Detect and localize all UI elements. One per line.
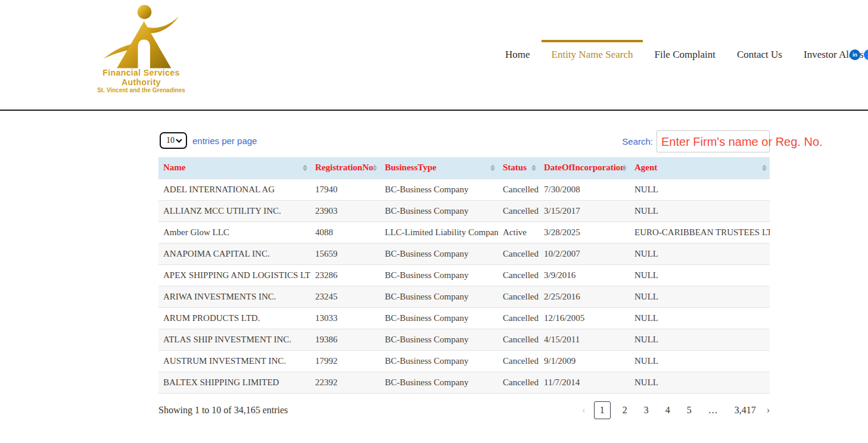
nav-item-label: Entity Name Search [552, 49, 633, 60]
cell-businesstype: LLC-Limited Liability Company [380, 222, 498, 243]
cell-dateofincorporation: 3/9/2016 [539, 264, 630, 286]
facebook-icon[interactable]: f [864, 49, 868, 60]
cell-status: Cancelled [498, 200, 539, 222]
cell-agent: NULL [630, 307, 770, 329]
cell-businesstype: BC-Business Company [380, 200, 498, 222]
nav-item-contact-us[interactable]: Contact Us [737, 49, 782, 61]
column-header-status[interactable]: Status [498, 157, 539, 179]
entries-info: Showing 1 to 10 of 34,165 entries [158, 405, 288, 416]
gold-person-figure-icon [94, 4, 189, 69]
cell-registrationno: 13033 [310, 307, 380, 329]
nav-item-file-complaint[interactable]: File Complaint [654, 49, 715, 61]
cell-status: Cancelled [498, 350, 539, 372]
column-header-agent[interactable]: Agent [630, 157, 770, 179]
cell-name: ALLIANZ MCC UTILITY INC. [158, 200, 310, 222]
sort-icon [372, 164, 377, 171]
cell-dateofincorporation: 9/1/2009 [539, 350, 630, 372]
sort-icon [762, 164, 767, 171]
cell-registrationno: 23903 [310, 200, 380, 222]
pagination: ‹ 12345…3,417 › [582, 401, 770, 419]
cell-dateofincorporation: 3/15/2017 [539, 200, 630, 222]
linkedin-icon[interactable]: in [850, 49, 860, 60]
nav-item-home[interactable]: Home [505, 49, 530, 61]
cell-status: Active [498, 222, 539, 243]
page-button-5[interactable]: 5 [682, 403, 696, 417]
table-row: AUSTRUM INVESTMENT INC.17992BC-Business … [158, 350, 770, 372]
table-row: ADEL INTERNATIONAL AG17940BC-Business Co… [158, 179, 770, 200]
table-row: ARIWA INVESTMENTS INC.23245BC-Business C… [158, 286, 770, 307]
cell-status: Cancelled [498, 307, 539, 329]
page-size-select[interactable]: 10 [160, 132, 187, 149]
cell-name: AUSTRUM INVESTMENT INC. [158, 350, 310, 372]
cell-name: ARIWA INVESTMENTS INC. [158, 286, 310, 307]
column-header-registrationno[interactable]: RegistrationNo [310, 157, 380, 179]
cell-registrationno: 23286 [310, 264, 380, 286]
pagination-pages: 12345…3,417 [590, 401, 764, 419]
cell-registrationno: 17992 [310, 350, 380, 372]
brand-subtitle: St. Vincent and the Grenadines [88, 87, 194, 93]
table-row: ATLAS SHIP INVESTMENT INC.19386BC-Busine… [158, 329, 770, 350]
table-body: ADEL INTERNATIONAL AG17940BC-Business Co… [158, 179, 770, 393]
table-row: BALTEX SHIPPING LIMITED22392BC-Business … [158, 372, 770, 393]
cell-businesstype: BC-Business Company [380, 372, 498, 393]
cell-businesstype: BC-Business Company [380, 286, 498, 307]
table-row: Amber Glow LLC4088LLC-Limited Liability … [158, 222, 770, 243]
cell-registrationno: 23245 [310, 286, 380, 307]
cell-status: Cancelled [498, 372, 539, 393]
table-row: APEX SHIPPING AND LOGISTICS LTD.23286BC-… [158, 264, 770, 286]
cell-name: ATLAS SHIP INVESTMENT INC. [158, 329, 310, 350]
cell-businesstype: BC-Business Company [380, 350, 498, 372]
column-header-name[interactable]: Name [158, 157, 310, 179]
cell-agent: NULL [630, 372, 770, 393]
cell-agent: NULL [630, 264, 770, 286]
table-header: Name RegistrationNo BusinessType Status … [158, 157, 770, 179]
main-nav: Home Entity Name Search File Complaint C… [505, 0, 864, 110]
page-button-2[interactable]: 2 [618, 403, 632, 417]
column-label: RegistrationNo [315, 163, 374, 172]
column-header-dateofincorporation[interactable]: DateOfIncorporation [539, 157, 630, 179]
pagination-prev-icon[interactable]: ‹ [582, 405, 585, 416]
nav-item-entity-name-search[interactable]: Entity Name Search [552, 49, 633, 61]
column-label: Name [163, 163, 186, 172]
cell-name: Amber Glow LLC [158, 222, 310, 243]
entities-table: Name RegistrationNo BusinessType Status … [158, 157, 770, 394]
cell-businesstype: BC-Business Company [380, 264, 498, 286]
cell-dateofincorporation: 10/2/2007 [539, 243, 630, 264]
cell-dateofincorporation: 11/7/2014 [539, 372, 630, 393]
column-label: Status [503, 163, 527, 172]
table-row: ARUM PRODUCTS LTD.13033BC-Business Compa… [158, 307, 770, 329]
chevron-down-icon [176, 139, 182, 143]
page-size-label: entries per page [192, 136, 257, 146]
cell-status: Cancelled [498, 264, 539, 286]
page-size-control: 10 entries per page [160, 132, 257, 149]
page-button-3,417[interactable]: 3,417 [730, 403, 761, 417]
cell-status: Cancelled [498, 179, 539, 200]
column-label: Agent [634, 163, 657, 172]
column-header-businesstype[interactable]: BusinessType [380, 157, 498, 179]
pagination-next-icon[interactable]: › [767, 405, 770, 416]
search-control: Search: Enter Firm's name or Reg. No. [622, 130, 770, 152]
page-button-3[interactable]: 3 [639, 403, 654, 417]
cell-registrationno: 15659 [310, 243, 380, 264]
cell-agent: NULL [630, 350, 770, 372]
sort-icon [531, 164, 536, 171]
social-icons: in f [850, 49, 868, 60]
table-row: ALLIANZ MCC UTILITY INC.23903BC-Business… [158, 200, 770, 222]
cell-name: BALTEX SHIPPING LIMITED [158, 372, 310, 393]
site-header: Financial Services Authority St. Vincent… [0, 0, 868, 110]
brand-title: Financial Services Authority [88, 68, 194, 87]
cell-businesstype: BC-Business Company [380, 243, 498, 264]
page-button-4[interactable]: 4 [661, 403, 675, 417]
cell-registrationno: 22392 [310, 372, 380, 393]
main-content: 10 entries per page Search: Enter Firm's… [158, 111, 770, 419]
cell-name: ADEL INTERNATIONAL AG [158, 179, 310, 200]
cell-registrationno: 19386 [310, 329, 380, 350]
sort-icon [622, 164, 627, 171]
cell-name: APEX SHIPPING AND LOGISTICS LTD. [158, 264, 310, 286]
cell-status: Cancelled [498, 243, 539, 264]
cell-agent: NULL [630, 200, 770, 222]
page-button-1[interactable]: 1 [594, 401, 611, 419]
search-input[interactable] [657, 130, 770, 152]
cell-dateofincorporation: 7/30/2008 [539, 179, 630, 200]
column-label: BusinessType [385, 163, 436, 172]
